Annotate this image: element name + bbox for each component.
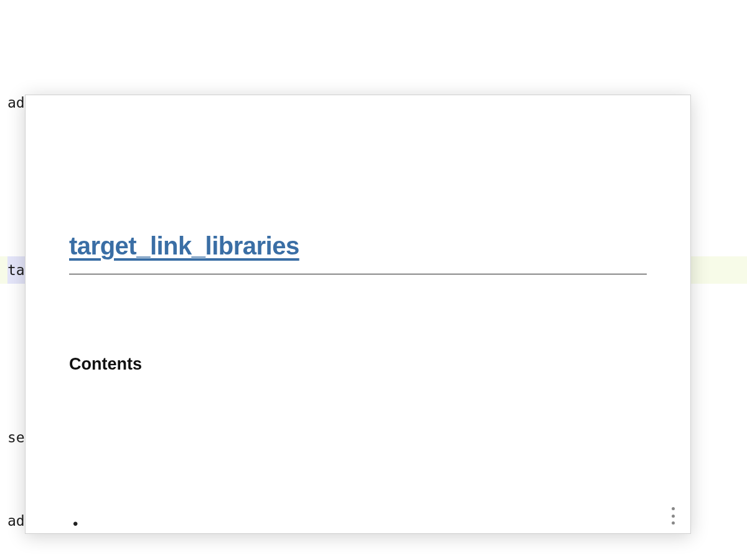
toc-item-l1: target_link_libraries xyxy=(69,510,647,534)
popup-title[interactable]: target_link_libraries xyxy=(69,222,647,274)
toc: target_link_libraries Overview Libraries… xyxy=(69,454,647,534)
documentation-popup[interactable]: target_link_libraries Contents target_li… xyxy=(25,95,691,534)
popup-contents-heading: Contents xyxy=(69,348,647,381)
kebab-menu-icon[interactable] xyxy=(667,507,679,525)
code-editor[interactable]: add_library(arkanoidLib Ball.cpp Ball.h … xyxy=(0,0,747,560)
